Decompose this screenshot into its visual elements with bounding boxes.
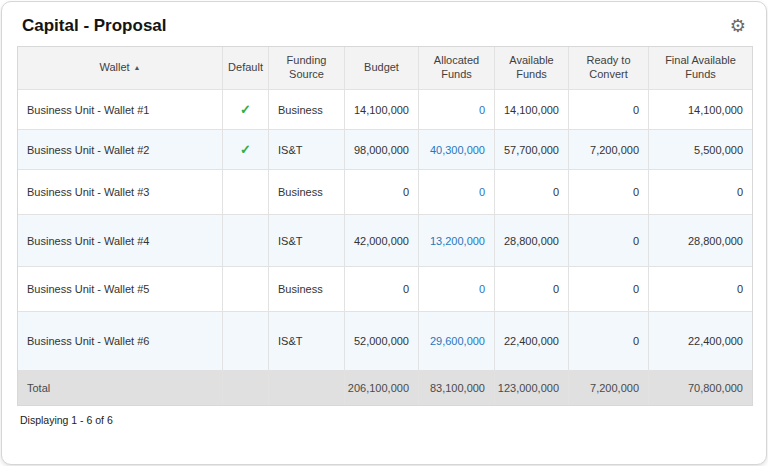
final-available-funds-cell: 5,500,000 [649, 130, 752, 169]
table-row[interactable]: Business Unit - Wallet #6 IS&T 52,000,00… [18, 312, 752, 370]
wallet-name-cell: Business Unit - Wallet #5 [18, 267, 223, 311]
allocated-funds-link[interactable]: 0 [419, 267, 495, 311]
budget-cell: 98,000,000 [345, 130, 419, 169]
column-header-budget[interactable]: Budget [345, 47, 419, 89]
ready-to-convert-cell: 0 [569, 312, 649, 370]
default-check-icon [223, 267, 269, 311]
total-ready-to-convert-cell: 7,200,000 [569, 370, 649, 405]
table-body: Business Unit - Wallet #1 ✓ Business 14,… [18, 90, 752, 370]
default-check-icon [223, 215, 269, 266]
final-available-funds-cell: 22,400,000 [649, 312, 752, 370]
ready-to-convert-cell: 0 [569, 267, 649, 311]
total-final-available-funds-cell: 70,800,000 [649, 370, 752, 405]
final-available-funds-cell: 14,100,000 [649, 90, 752, 129]
table-row[interactable]: Business Unit - Wallet #3 Business 0 0 0… [18, 170, 752, 215]
ready-to-convert-cell: 0 [569, 90, 649, 129]
page-title: Capital - Proposal [22, 16, 167, 36]
table-row[interactable]: Business Unit - Wallet #5 Business 0 0 0… [18, 267, 752, 312]
allocated-funds-link[interactable]: 40,300,000 [419, 130, 495, 169]
default-check-icon [223, 170, 269, 214]
default-check-icon: ✓ [223, 90, 269, 129]
funding-source-cell: IS&T [269, 215, 345, 266]
available-funds-cell: 57,700,000 [495, 130, 569, 169]
default-check-icon: ✓ [223, 130, 269, 169]
wallet-name-cell: Business Unit - Wallet #3 [18, 170, 223, 214]
available-funds-cell: 0 [495, 170, 569, 214]
total-budget-cell: 206,100,000 [345, 370, 419, 405]
ready-to-convert-cell: 7,200,000 [569, 130, 649, 169]
total-available-funds-cell: 123,000,000 [495, 370, 569, 405]
wallet-name-cell: Business Unit - Wallet #6 [18, 312, 223, 370]
column-header-available-funds-label: Available Funds [504, 54, 559, 82]
column-header-final-available-funds[interactable]: Final Available Funds [649, 47, 752, 89]
ready-to-convert-cell: 0 [569, 170, 649, 214]
funding-source-cell: IS&T [269, 312, 345, 370]
wallet-name-cell: Business Unit - Wallet #4 [18, 215, 223, 266]
table-header-row: Wallet ▲ Default Funding Source Budget A… [18, 47, 752, 90]
table-row[interactable]: Business Unit - Wallet #4 IS&T 42,000,00… [18, 215, 752, 267]
budget-cell: 0 [345, 170, 419, 214]
column-header-ready-to-convert-label: Ready to Convert [578, 54, 639, 82]
capital-proposal-panel: Capital - Proposal ⚙ Wallet ▲ Default Fu… [1, 1, 767, 465]
funding-source-cell: IS&T [269, 130, 345, 169]
ready-to-convert-cell: 0 [569, 215, 649, 266]
budget-cell: 0 [345, 267, 419, 311]
column-header-default[interactable]: Default [223, 47, 269, 89]
allocated-funds-link[interactable]: 0 [419, 90, 495, 129]
available-funds-cell: 0 [495, 267, 569, 311]
column-header-default-label: Default [228, 61, 263, 75]
final-available-funds-cell: 28,800,000 [649, 215, 752, 266]
total-row: Total 206,100,000 83,100,000 123,000,000… [18, 370, 752, 405]
funding-source-cell: Business [269, 90, 345, 129]
wallets-table: Wallet ▲ Default Funding Source Budget A… [17, 46, 753, 406]
total-allocated-funds-cell: 83,100,000 [419, 370, 495, 405]
available-funds-cell: 22,400,000 [495, 312, 569, 370]
allocated-funds-link[interactable]: 29,600,000 [419, 312, 495, 370]
funding-source-cell: Business [269, 267, 345, 311]
budget-cell: 42,000,000 [345, 215, 419, 266]
panel-header: Capital - Proposal ⚙ [2, 2, 766, 46]
budget-cell: 52,000,000 [345, 312, 419, 370]
funding-source-cell: Business [269, 170, 345, 214]
column-header-ready-to-convert[interactable]: Ready to Convert [569, 47, 649, 89]
column-header-budget-label: Budget [364, 61, 399, 75]
settings-gear-icon[interactable]: ⚙ [730, 17, 746, 35]
column-header-wallet-label: Wallet [99, 61, 129, 75]
column-header-wallet[interactable]: Wallet ▲ [18, 47, 223, 89]
final-available-funds-cell: 0 [649, 170, 752, 214]
wallet-name-cell: Business Unit - Wallet #2 [18, 130, 223, 169]
total-label: Total [18, 370, 223, 405]
available-funds-cell: 28,800,000 [495, 215, 569, 266]
table-row[interactable]: Business Unit - Wallet #1 ✓ Business 14,… [18, 90, 752, 130]
sort-asc-icon: ▲ [134, 64, 141, 73]
column-header-available-funds[interactable]: Available Funds [495, 47, 569, 89]
column-header-final-available-funds-label: Final Available Funds [658, 54, 743, 82]
column-header-allocated-funds-label: Allocated Funds [428, 54, 485, 82]
final-available-funds-cell: 0 [649, 267, 752, 311]
wallet-name-cell: Business Unit - Wallet #1 [18, 90, 223, 129]
table-row[interactable]: Business Unit - Wallet #2 ✓ IS&T 98,000,… [18, 130, 752, 170]
budget-cell: 14,100,000 [345, 90, 419, 129]
column-header-allocated-funds[interactable]: Allocated Funds [419, 47, 495, 89]
column-header-funding-source[interactable]: Funding Source [269, 47, 345, 89]
column-header-funding-source-label: Funding Source [278, 54, 335, 82]
default-check-icon [223, 312, 269, 370]
available-funds-cell: 14,100,000 [495, 90, 569, 129]
total-default-cell [223, 370, 269, 405]
record-count-status: Displaying 1 - 6 of 6 [20, 414, 766, 426]
total-funding-source-cell [269, 370, 345, 405]
allocated-funds-link[interactable]: 13,200,000 [419, 215, 495, 266]
allocated-funds-link[interactable]: 0 [419, 170, 495, 214]
